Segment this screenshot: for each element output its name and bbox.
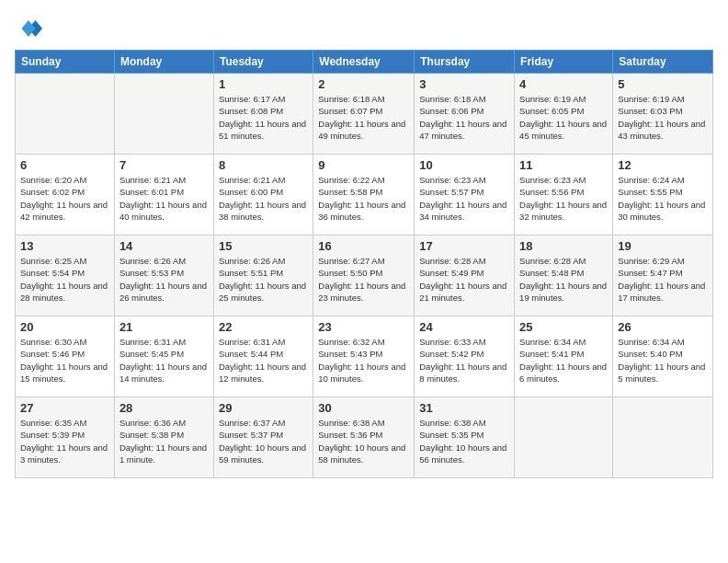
day-detail: Sunrise: 6:37 AM Sunset: 5:37 PM Dayligh… [219,417,308,465]
day-number: 8 [219,158,308,172]
day-detail: Sunrise: 6:32 AM Sunset: 5:43 PM Dayligh… [318,336,409,385]
logo [15,15,46,42]
calendar-cell: 14Sunrise: 6:26 AM Sunset: 5:53 PM Dayli… [114,236,213,316]
calendar-cell [114,74,213,155]
calendar-cell [16,74,115,155]
day-detail: Sunrise: 6:36 AM Sunset: 5:38 PM Dayligh… [119,417,209,465]
weekday-header-friday: Friday [515,51,613,74]
day-number: 26 [618,320,708,334]
day-number: 10 [419,158,509,172]
day-detail: Sunrise: 6:35 AM Sunset: 5:39 PM Dayligh… [20,417,109,465]
day-detail: Sunrise: 6:18 AM Sunset: 6:07 PM Dayligh… [318,93,409,142]
calendar-cell: 29Sunrise: 6:37 AM Sunset: 5:37 PM Dayli… [213,397,313,478]
calendar-cell: 15Sunrise: 6:26 AM Sunset: 5:51 PM Dayli… [213,236,313,316]
calendar-body: 1Sunrise: 6:17 AM Sunset: 6:08 PM Daylig… [16,74,713,478]
calendar-cell: 31Sunrise: 6:38 AM Sunset: 5:35 PM Dayli… [415,397,515,478]
day-number: 23 [318,320,409,334]
day-number: 14 [119,239,209,253]
day-number: 13 [20,239,109,253]
day-detail: Sunrise: 6:22 AM Sunset: 5:58 PM Dayligh… [318,174,409,223]
day-number: 15 [219,239,308,253]
calendar-week-4: 20Sunrise: 6:30 AM Sunset: 5:46 PM Dayli… [16,316,713,397]
calendar-cell: 13Sunrise: 6:25 AM Sunset: 5:54 PM Dayli… [16,236,115,316]
calendar-week-3: 13Sunrise: 6:25 AM Sunset: 5:54 PM Dayli… [16,236,713,316]
calendar-cell: 8Sunrise: 6:21 AM Sunset: 6:00 PM Daylig… [213,155,313,236]
day-number: 16 [318,239,409,253]
day-detail: Sunrise: 6:17 AM Sunset: 6:08 PM Dayligh… [219,93,308,142]
calendar-table: SundayMondayTuesdayWednesdayThursdayFrid… [15,50,713,478]
calendar-cell [613,397,713,478]
day-number: 28 [119,401,209,415]
day-detail: Sunrise: 6:21 AM Sunset: 6:01 PM Dayligh… [119,174,209,223]
calendar-cell: 23Sunrise: 6:32 AM Sunset: 5:43 PM Dayli… [313,316,415,397]
weekday-header-monday: Monday [114,51,213,74]
calendar-cell: 25Sunrise: 6:34 AM Sunset: 5:41 PM Dayli… [515,316,613,397]
day-detail: Sunrise: 6:28 AM Sunset: 5:48 PM Dayligh… [519,255,608,304]
calendar-week-1: 1Sunrise: 6:17 AM Sunset: 6:08 PM Daylig… [16,74,713,155]
weekday-header-saturday: Saturday [613,51,713,74]
day-number: 11 [519,158,608,172]
calendar-header: SundayMondayTuesdayWednesdayThursdayFrid… [16,51,713,74]
day-detail: Sunrise: 6:26 AM Sunset: 5:51 PM Dayligh… [219,255,308,304]
day-detail: Sunrise: 6:21 AM Sunset: 6:00 PM Dayligh… [219,174,308,223]
calendar-cell: 7Sunrise: 6:21 AM Sunset: 6:01 PM Daylig… [114,155,213,236]
day-detail: Sunrise: 6:20 AM Sunset: 6:02 PM Dayligh… [20,174,109,223]
day-detail: Sunrise: 6:25 AM Sunset: 5:54 PM Dayligh… [20,255,109,304]
day-detail: Sunrise: 6:31 AM Sunset: 5:45 PM Dayligh… [119,336,209,385]
day-number: 19 [618,239,708,253]
calendar-cell: 30Sunrise: 6:38 AM Sunset: 5:36 PM Dayli… [313,397,415,478]
day-detail: Sunrise: 6:19 AM Sunset: 6:05 PM Dayligh… [519,93,608,142]
day-number: 3 [419,77,509,91]
calendar-cell: 4Sunrise: 6:19 AM Sunset: 6:05 PM Daylig… [515,74,613,155]
day-detail: Sunrise: 6:33 AM Sunset: 5:42 PM Dayligh… [419,336,509,385]
calendar-cell: 1Sunrise: 6:17 AM Sunset: 6:08 PM Daylig… [213,74,313,155]
calendar-cell: 24Sunrise: 6:33 AM Sunset: 5:42 PM Dayli… [415,316,515,397]
weekday-header-tuesday: Tuesday [213,51,313,74]
calendar-cell: 22Sunrise: 6:31 AM Sunset: 5:44 PM Dayli… [213,316,313,397]
day-number: 7 [119,158,209,172]
day-detail: Sunrise: 6:31 AM Sunset: 5:44 PM Dayligh… [219,336,308,385]
calendar-cell: 26Sunrise: 6:34 AM Sunset: 5:40 PM Dayli… [613,316,713,397]
day-number: 6 [20,158,109,172]
day-detail: Sunrise: 6:38 AM Sunset: 5:36 PM Dayligh… [318,417,409,465]
day-detail: Sunrise: 6:23 AM Sunset: 5:57 PM Dayligh… [419,174,509,223]
calendar-cell: 17Sunrise: 6:28 AM Sunset: 5:49 PM Dayli… [415,236,515,316]
calendar-cell: 12Sunrise: 6:24 AM Sunset: 5:55 PM Dayli… [613,155,713,236]
calendar-cell: 21Sunrise: 6:31 AM Sunset: 5:45 PM Dayli… [114,316,213,397]
day-number: 30 [318,401,409,415]
calendar-cell: 28Sunrise: 6:36 AM Sunset: 5:38 PM Dayli… [114,397,213,478]
calendar-cell: 20Sunrise: 6:30 AM Sunset: 5:46 PM Dayli… [16,316,115,397]
day-number: 9 [318,158,409,172]
day-number: 29 [219,401,308,415]
day-detail: Sunrise: 6:34 AM Sunset: 5:40 PM Dayligh… [618,336,708,385]
day-detail: Sunrise: 6:38 AM Sunset: 5:35 PM Dayligh… [419,417,509,465]
calendar-cell: 9Sunrise: 6:22 AM Sunset: 5:58 PM Daylig… [313,155,415,236]
day-number: 18 [519,239,608,253]
day-number: 5 [618,77,708,91]
calendar-cell: 11Sunrise: 6:23 AM Sunset: 5:56 PM Dayli… [515,155,613,236]
page-header [15,15,713,42]
weekday-header-thursday: Thursday [415,51,515,74]
day-number: 12 [618,158,708,172]
logo-icon [15,15,42,42]
calendar-cell: 16Sunrise: 6:27 AM Sunset: 5:50 PM Dayli… [313,236,415,316]
day-number: 25 [519,320,608,334]
day-number: 20 [20,320,109,334]
calendar-cell: 2Sunrise: 6:18 AM Sunset: 6:07 PM Daylig… [313,74,415,155]
weekday-header-wednesday: Wednesday [313,51,415,74]
calendar-cell: 3Sunrise: 6:18 AM Sunset: 6:06 PM Daylig… [415,74,515,155]
day-number: 22 [219,320,308,334]
weekday-header-row: SundayMondayTuesdayWednesdayThursdayFrid… [16,51,713,74]
calendar-cell: 27Sunrise: 6:35 AM Sunset: 5:39 PM Dayli… [16,397,115,478]
day-number: 17 [419,239,509,253]
day-number: 27 [20,401,109,415]
day-number: 21 [119,320,209,334]
day-number: 2 [318,77,409,91]
day-detail: Sunrise: 6:24 AM Sunset: 5:55 PM Dayligh… [618,174,708,223]
day-number: 4 [519,77,608,91]
day-number: 1 [219,77,308,91]
day-detail: Sunrise: 6:18 AM Sunset: 6:06 PM Dayligh… [419,93,509,142]
day-number: 31 [419,401,509,415]
day-detail: Sunrise: 6:29 AM Sunset: 5:47 PM Dayligh… [618,255,708,304]
calendar-cell: 10Sunrise: 6:23 AM Sunset: 5:57 PM Dayli… [415,155,515,236]
